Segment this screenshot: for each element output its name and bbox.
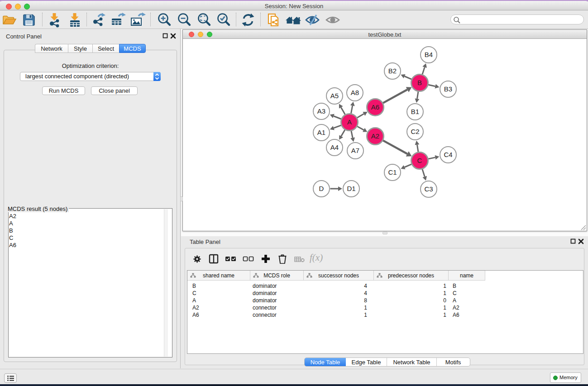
svg-text:A5: A5 <box>330 92 339 100</box>
svg-text:A: A <box>347 118 352 126</box>
svg-text:B1: B1 <box>411 108 419 115</box>
svg-text:A3: A3 <box>317 107 325 115</box>
svg-text:B2: B2 <box>388 67 397 75</box>
svg-text:A2: A2 <box>371 132 379 140</box>
svg-text:C1: C1 <box>388 168 397 176</box>
svg-text:A7: A7 <box>351 147 359 154</box>
svg-text:B3: B3 <box>444 85 452 93</box>
svg-text:A8: A8 <box>351 89 359 96</box>
svg-text:B4: B4 <box>425 51 433 58</box>
svg-text:B: B <box>417 79 422 86</box>
svg-text:D1: D1 <box>347 185 355 192</box>
svg-text:A1: A1 <box>317 129 325 136</box>
svg-text:C2: C2 <box>411 128 419 135</box>
svg-text:C: C <box>417 157 422 164</box>
svg-text:A6: A6 <box>371 103 379 111</box>
svg-text:C3: C3 <box>424 185 433 193</box>
svg-text:A4: A4 <box>330 143 339 151</box>
svg-text:D: D <box>319 185 324 192</box>
svg-text:C4: C4 <box>444 151 452 158</box>
